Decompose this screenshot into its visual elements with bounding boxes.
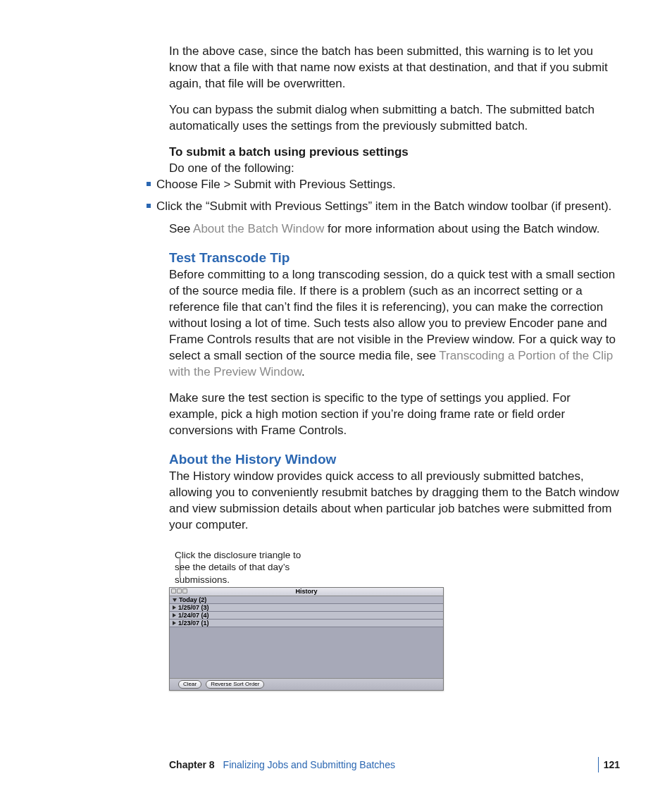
page: In the above case, since the batch has b… (0, 0, 672, 807)
paragraph: The History window provides quick access… (169, 469, 620, 534)
page-number: 121 (604, 759, 620, 770)
history-window-body (170, 627, 443, 678)
instruction-block: To submit a batch using previous setting… (169, 144, 620, 177)
section-heading-history-window: About the History Window (169, 452, 620, 467)
paragraph: You can bypass the submit dialog when su… (169, 102, 620, 135)
paragraph: In the above case, since the batch has b… (169, 44, 620, 92)
list-item: Click the “Submit with Previous Settings… (156, 199, 620, 215)
history-row-label: 1/25/07 (3) (178, 604, 209, 611)
footer-title: Finalizing Jobs and Submitting Batches (223, 759, 395, 770)
text-run: See (169, 222, 193, 235)
list-item-text: Click the “Submit with Previous Settings… (156, 199, 611, 213)
disclosure-triangle-icon[interactable] (173, 621, 176, 625)
paragraph: See About the Batch Window for more info… (169, 221, 620, 238)
text-run: Before committing to a long transcoding … (169, 268, 616, 362)
bullet-icon (147, 182, 151, 186)
window-controls[interactable] (171, 589, 187, 593)
bullet-icon (147, 204, 151, 208)
paragraph: Before committing to a long transcoding … (169, 267, 620, 381)
text-run: . (301, 365, 305, 378)
history-window: History Today (2) 1/25/07 (3) 1/24/07 (4… (169, 587, 444, 691)
instruction-sub: Do one of the following: (169, 161, 294, 175)
bullet-list: Choose File > Submit with Previous Setti… (169, 177, 620, 215)
history-window-title: History (295, 588, 317, 595)
reverse-sort-button[interactable]: Reverse Sort Order (206, 680, 264, 689)
history-window-titlebar: History (170, 588, 443, 596)
cross-reference-link[interactable]: About the Batch Window (193, 222, 324, 235)
disclosure-triangle-icon[interactable] (173, 598, 177, 602)
callout-line (180, 558, 180, 578)
list-item: Choose File > Submit with Previous Setti… (156, 177, 620, 193)
history-row-label: 1/24/07 (4) (178, 612, 209, 619)
clear-button[interactable]: Clear (178, 680, 201, 689)
text-run: for more information about using the Bat… (324, 222, 599, 235)
disclosure-triangle-icon[interactable] (173, 605, 176, 610)
list-item-text: Choose File > Submit with Previous Setti… (156, 178, 396, 191)
page-footer: Chapter 8 Finalizing Jobs and Submitting… (0, 759, 672, 770)
figure-callout: Click the disclosure triangle to see the… (175, 549, 309, 586)
disclosure-triangle-icon[interactable] (173, 613, 176, 617)
history-row[interactable]: 1/23/07 (1) (170, 620, 443, 627)
history-window-footer: Clear Reverse Sort Order (170, 678, 443, 690)
history-row-label: Today (2) (179, 596, 206, 603)
instruction-heading: To submit a batch using previous setting… (169, 145, 409, 159)
footer-chapter: Chapter 8 (169, 759, 215, 770)
history-row-label: 1/23/07 (1) (178, 620, 209, 627)
history-row[interactable]: 1/24/07 (4) (170, 612, 443, 620)
history-row[interactable]: 1/25/07 (3) (170, 604, 443, 612)
history-row[interactable]: Today (2) (170, 596, 443, 604)
paragraph: Make sure the test section is specific t… (169, 390, 620, 439)
section-heading-test-transcode: Test Transcode Tip (169, 250, 620, 266)
footer-divider (598, 757, 599, 772)
